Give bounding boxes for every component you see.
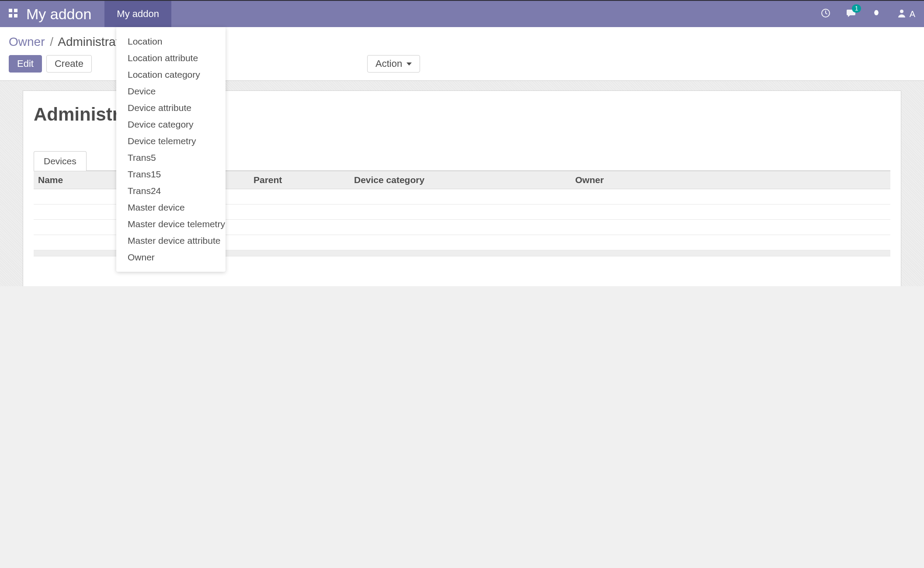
tab-devices[interactable]: Devices [34,151,87,171]
user-menu[interactable]: A [896,8,915,20]
svg-rect-2 [9,14,12,17]
action-dropdown-button[interactable]: Action [367,55,420,73]
debug-button[interactable] [871,8,882,20]
menu-item-device-attribute[interactable]: Device attribute [116,100,226,116]
menu-item-location[interactable]: Location [116,33,226,50]
apps-launcher[interactable] [0,1,26,27]
svg-rect-3 [14,14,17,17]
col-device-category[interactable]: Device category [350,171,571,189]
activity-button[interactable] [820,8,831,20]
col-parent[interactable]: Parent [249,171,350,189]
col-owner[interactable]: Owner [571,171,890,189]
brand-title[interactable]: My addon [26,6,104,23]
bug-icon [871,8,882,20]
clock-icon [820,8,831,20]
create-button[interactable]: Create [46,55,92,73]
messaging-badge: 1 [852,4,861,13]
caret-down-icon [406,62,412,66]
svg-rect-0 [9,9,12,12]
menu-item-trans15[interactable]: Trans15 [116,166,226,183]
menu-item-device-telemetry[interactable]: Device telemetry [116,133,226,149]
menu-item-master-device-telemetry[interactable]: Master device telemetry [116,216,226,232]
menu-item-master-device-attribute[interactable]: Master device attribute [116,232,226,249]
breadcrumb-root[interactable]: Owner [9,35,45,48]
breadcrumb-separator: / [50,35,53,48]
menu-item-trans24[interactable]: Trans24 [116,183,226,199]
menu-item-trans5[interactable]: Trans5 [116,149,226,166]
menu-item-device[interactable]: Device [116,83,226,100]
menu-item-owner[interactable]: Owner [116,249,226,266]
user-initial: A [910,9,915,19]
empty-footer-area [0,286,924,568]
menu-item-location-category[interactable]: Location category [116,66,226,83]
apps-icon [8,8,18,20]
svg-rect-1 [14,9,17,12]
messaging-button[interactable]: 1 [846,8,856,20]
svg-point-6 [900,10,903,13]
action-label: Action [375,58,402,69]
top-navbar: My addon My addon 1 A [0,0,924,27]
menu-item-device-category[interactable]: Device category [116,116,226,133]
avatar-icon [896,8,907,20]
navbar-right: 1 A [820,1,924,27]
menu-item-master-device[interactable]: Master device [116,199,226,216]
menu-item-location-attribute[interactable]: Location attribute [116,50,226,66]
nav-menu-item-my-addon[interactable]: My addon [104,1,171,27]
svg-point-5 [874,10,879,15]
nav-dropdown-my-addon: Location Location attribute Location cat… [116,27,226,272]
nav-menu: My addon [104,1,171,27]
edit-button[interactable]: Edit [9,55,42,73]
